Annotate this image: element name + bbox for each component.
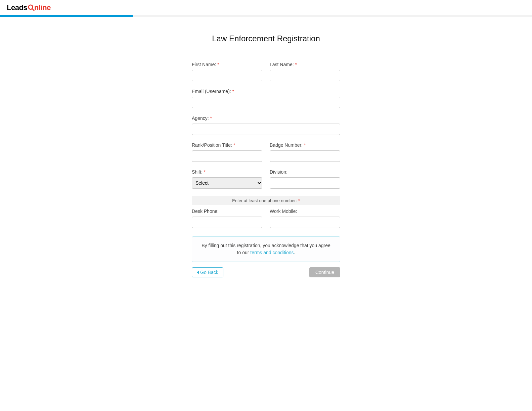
- rank-label: Rank/Position Title: *: [192, 142, 262, 148]
- required-marker: *: [210, 116, 212, 121]
- progress-step-4: [399, 15, 532, 17]
- required-marker: *: [304, 142, 306, 148]
- division-label-text: Division:: [270, 169, 287, 175]
- required-marker: *: [204, 169, 206, 175]
- go-back-button[interactable]: Go Back: [192, 267, 223, 277]
- shift-select[interactable]: Select: [192, 177, 262, 189]
- form-container: Law Enforcement Registration First Name:…: [188, 34, 344, 277]
- phone-note: Enter at least one phone number: *: [192, 196, 340, 205]
- badge-input[interactable]: [270, 150, 340, 162]
- required-marker: *: [233, 142, 235, 148]
- phone-note-text: Enter at least one phone number:: [232, 198, 297, 203]
- desk-phone-input[interactable]: [192, 217, 262, 228]
- last-name-label: Last Name: *: [270, 62, 340, 67]
- terms-suffix: .: [294, 250, 295, 255]
- progress-step-3: [266, 15, 399, 17]
- logo: Leads nline: [7, 3, 51, 12]
- shift-label: Shift: *: [192, 169, 262, 175]
- last-name-label-text: Last Name:: [270, 62, 294, 67]
- terms-link[interactable]: terms and conditions: [250, 250, 294, 255]
- first-name-label: First Name: *: [192, 62, 262, 67]
- work-mobile-label: Work Mobile:: [270, 209, 340, 214]
- rank-input[interactable]: [192, 150, 262, 162]
- caret-left-icon: [197, 271, 199, 274]
- magnifier-icon: [28, 4, 35, 11]
- go-back-label: Go Back: [200, 270, 218, 275]
- agency-label: Agency: *: [192, 116, 340, 121]
- required-marker: *: [217, 62, 219, 67]
- division-label: Division:: [270, 169, 340, 175]
- division-input[interactable]: [270, 177, 340, 189]
- badge-label: Badge Number: *: [270, 142, 340, 148]
- desk-phone-label: Desk Phone:: [192, 209, 262, 214]
- header: Leads nline: [0, 0, 532, 15]
- last-name-input[interactable]: [270, 70, 340, 81]
- page-title: Law Enforcement Registration: [192, 34, 340, 43]
- required-marker: *: [298, 198, 300, 203]
- logo-text-leads: Leads: [7, 3, 27, 12]
- required-marker: *: [295, 62, 297, 67]
- email-label-text: Email (Username):: [192, 89, 231, 94]
- progress-bar: [0, 15, 532, 17]
- progress-step-1: [0, 15, 133, 17]
- first-name-label-text: First Name:: [192, 62, 216, 67]
- first-name-input[interactable]: [192, 70, 262, 81]
- progress-step-2: [133, 15, 266, 17]
- email-label: Email (Username): *: [192, 89, 340, 94]
- rank-label-text: Rank/Position Title:: [192, 142, 232, 148]
- agency-label-text: Agency:: [192, 116, 209, 121]
- svg-line-1: [32, 9, 34, 11]
- shift-label-text: Shift:: [192, 169, 203, 175]
- badge-label-text: Badge Number:: [270, 142, 303, 148]
- agency-input[interactable]: [192, 124, 340, 135]
- required-marker: *: [232, 89, 234, 94]
- logo-text-nline: nline: [34, 3, 51, 12]
- continue-button[interactable]: Continue: [309, 267, 340, 277]
- work-mobile-input[interactable]: [270, 217, 340, 228]
- terms-box: By filling out this registration, you ac…: [192, 236, 340, 262]
- email-input[interactable]: [192, 97, 340, 108]
